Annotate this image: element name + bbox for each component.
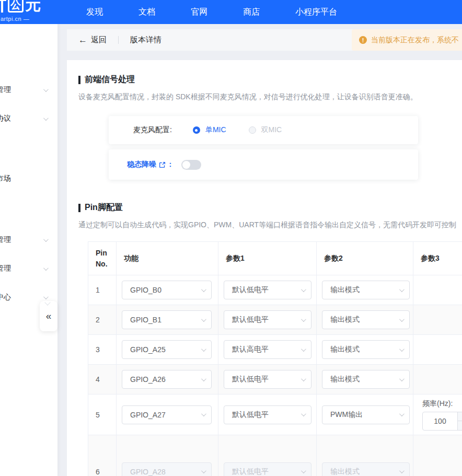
param1-select[interactable]: 默认高电平 [224, 340, 311, 359]
nav-item[interactable]: 商店 [243, 7, 260, 18]
chevron-down-icon [301, 346, 306, 352]
column-header: Pin No. [88, 242, 117, 275]
mic-config-card: 麦克风配置: 单MIC 双MIC [109, 116, 418, 144]
external-link-icon [159, 161, 166, 168]
noise-label-colon: ： [167, 160, 174, 169]
function-select[interactable]: GPIO_A26 [122, 370, 212, 389]
param2-select[interactable]: 输出模式 [322, 370, 410, 389]
noise-reduction-toggle[interactable] [181, 160, 201, 170]
chevron-down-icon [201, 411, 206, 416]
sidebar-item-label: 管理 [0, 264, 11, 273]
param1-select[interactable]: 默认低电平 [224, 370, 311, 389]
section-title-signal: 前端信号处理 [78, 74, 135, 85]
param2-select[interactable]: 输出模式 [322, 281, 410, 299]
logo-domain-text: artpi.cn — [1, 16, 29, 22]
increase-button[interactable] [458, 412, 462, 422]
select-value: 默认低电平 [232, 315, 269, 324]
radio-single-mic-label: 单MIC [205, 125, 226, 135]
table-row: 5GPIO_A27默认低电平PWM输出频率(Hz):100 [88, 394, 462, 435]
noise-reduction-link[interactable]: 稳态降噪 [127, 160, 166, 169]
logo-char-yuan: 元 [25, 0, 41, 13]
param2-select[interactable]: 输出模式 [322, 310, 410, 329]
sidebar-collapse-button[interactable]: « [40, 301, 57, 331]
select-value: GPIO_B0 [130, 286, 161, 294]
sidebar-item[interactable]: 管理 [0, 258, 57, 279]
nav-item[interactable]: 官网 [191, 7, 207, 18]
select-value: 默认低电平 [232, 467, 269, 476]
logo-char-gong: 公 [8, 0, 24, 13]
pin-table-body: 1GPIO_B0默认低电平输出模式2GPIO_B1默认低电平输出模式3GPIO_… [88, 275, 462, 476]
pin-number: 6 [88, 435, 117, 476]
pin-description: 通过定制可以自动生成代码，实现GPIO、PWM、UART等端口根据语音指令输出自… [78, 220, 456, 230]
radio-single-mic[interactable] [193, 126, 200, 134]
sidebar-item-label: 市场 [0, 174, 11, 183]
warning-icon: ! [359, 36, 367, 44]
content-panel: 前端信号处理 设备麦克风配置情况，封装的 SDK根据不同麦克风情况，对信号进行优… [67, 60, 462, 476]
pin-number: 2 [88, 305, 117, 335]
chevron-down-icon [201, 376, 206, 381]
nav-item[interactable]: 文档 [138, 7, 155, 18]
param2-select[interactable]: 输出模式 [322, 340, 410, 359]
chevron-down-icon [399, 376, 405, 381]
function-select[interactable]: GPIO_B0 [122, 281, 212, 299]
chevron-down-icon [43, 87, 49, 92]
function-select[interactable]: GPIO_A27 [122, 405, 212, 424]
table-row: 6GPIO_A28默认低电平输出模式 [88, 435, 462, 476]
pin-number: 4 [88, 365, 117, 394]
param1-select[interactable]: 默认低电平 [224, 281, 311, 299]
column-header: 功能 [117, 242, 218, 275]
sidebar-item-label: 管理 [0, 235, 11, 245]
back-button[interactable]: ← 返回 [78, 35, 107, 45]
sidebar-item[interactable]: 管理 [0, 229, 57, 250]
frequency-input[interactable]: 100 [422, 412, 462, 431]
param1-select[interactable]: 默认低电平 [224, 405, 311, 424]
radio-dot [195, 129, 198, 132]
number-stepper [457, 412, 462, 430]
sidebar-item-label: 管理 [0, 85, 11, 95]
function-select: GPIO_A28 [122, 462, 212, 476]
title-accent-bar [78, 204, 80, 212]
chevron-down-icon [201, 468, 206, 473]
chevron-down-icon [201, 287, 206, 292]
sidebar-item[interactable]: 市场 [0, 168, 57, 189]
select-value: 默认低电平 [232, 285, 269, 295]
sidebar-item[interactable]: 协议 [0, 108, 57, 129]
function-select[interactable]: GPIO_B1 [122, 310, 212, 329]
sidebar-item[interactable]: 管理 [0, 79, 57, 100]
select-value: PWM输出 [330, 410, 363, 420]
app-window: 公 元 artpi.cn — 发现文档官网商店小程序平台 管理协议市场管理管理中… [0, 0, 462, 476]
select-value: 输出模式 [330, 285, 360, 295]
select-value: 输出模式 [330, 315, 360, 324]
table-row: 2GPIO_B1默认低电平输出模式 [88, 305, 462, 335]
nav-item[interactable]: 发现 [86, 7, 103, 18]
sidebar-item-label: 中心 [0, 293, 11, 302]
brand-logo[interactable]: 公 元 artpi.cn — [0, 0, 68, 24]
column-header: 参数2 [317, 242, 413, 275]
select-value: GPIO_B1 [130, 316, 161, 324]
nav-item[interactable]: 小程序平台 [295, 7, 337, 18]
param2-select[interactable]: PWM输出 [322, 405, 410, 424]
pin-number: 5 [88, 394, 117, 435]
chevron-down-icon [301, 468, 306, 473]
alert-text: 当前版本正在发布，系统不 [371, 36, 459, 45]
back-arrow-icon: ← [78, 36, 87, 44]
collapse-left-icon: « [40, 301, 57, 331]
table-row: 4GPIO_A26默认低电平输出模式 [88, 365, 462, 394]
toggle-knob [182, 161, 190, 169]
frequency-field: 频率(Hz):100 [413, 399, 462, 431]
top-navbar: 公 元 artpi.cn — 发现文档官网商店小程序平台 [0, 0, 462, 24]
function-select[interactable]: GPIO_A25 [122, 340, 212, 359]
page-header: ← 返回 版本详情 ! 当前版本正在发布，系统不 [67, 29, 462, 51]
select-value: 默认低电平 [232, 375, 269, 384]
chevron-down-icon [43, 237, 49, 242]
pin-number: 1 [88, 275, 117, 305]
sidebar: 管理协议市场管理管理中心 [0, 24, 57, 476]
chevron-down-icon [399, 411, 405, 416]
chevron-down-icon [43, 115, 49, 121]
chevron-down-icon [301, 376, 306, 381]
decrease-button[interactable] [458, 421, 462, 430]
select-value: 输出模式 [330, 375, 360, 384]
column-header: 参数3 [413, 242, 462, 275]
table-row: 3GPIO_A25默认高电平输出模式 [88, 335, 462, 365]
param1-select[interactable]: 默认低电平 [224, 310, 311, 329]
